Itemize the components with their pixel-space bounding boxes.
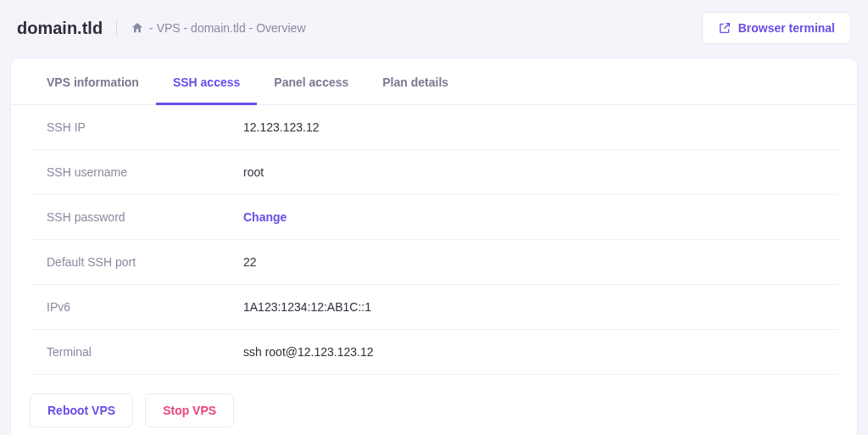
ipv6-label: IPv6 xyxy=(47,300,243,314)
row-ssh-password: SSH password Change xyxy=(30,195,838,240)
tab-panel-access[interactable]: Panel access xyxy=(257,59,365,105)
ssh-ip-label: SSH IP xyxy=(47,120,243,134)
tabs: VPS information SSH access Panel access … xyxy=(11,59,857,105)
terminal-value: ssh root@12.123.123.12 xyxy=(243,345,374,359)
ipv6-value: 1A123:1234:12:AB1C::1 xyxy=(243,300,371,314)
home-icon xyxy=(131,21,144,35)
page-header: domain.tld - VPS - domain.tld - Overview… xyxy=(0,0,868,54)
ssh-ip-value: 12.123.123.12 xyxy=(243,120,320,134)
row-ipv6: IPv6 1A123:1234:12:AB1C::1 xyxy=(30,285,838,330)
tab-plan-details[interactable]: Plan details xyxy=(365,59,465,105)
browser-terminal-label: Browser terminal xyxy=(738,21,835,35)
ssh-content: SSH IP 12.123.123.12 SSH username root S… xyxy=(11,105,857,435)
browser-terminal-button[interactable]: Browser terminal xyxy=(702,12,851,44)
row-ssh-ip: SSH IP 12.123.123.12 xyxy=(30,105,838,150)
breadcrumb-text: - VPS - domain.tld - Overview xyxy=(149,21,305,35)
ssh-port-value: 22 xyxy=(243,255,257,269)
row-terminal: Terminal ssh root@12.123.123.12 xyxy=(30,330,838,375)
action-buttons: Reboot VPS Stop VPS xyxy=(30,375,838,427)
terminal-label: Terminal xyxy=(47,345,243,359)
ssh-port-label: Default SSH port xyxy=(47,255,243,269)
page-title: domain.tld xyxy=(17,19,103,38)
row-ssh-username: SSH username root xyxy=(30,150,838,195)
ssh-username-label: SSH username xyxy=(47,165,243,179)
tab-ssh-access[interactable]: SSH access xyxy=(156,59,257,105)
header-left: domain.tld - VPS - domain.tld - Overview xyxy=(17,19,306,38)
ssh-password-change-link[interactable]: Change xyxy=(243,210,287,224)
ssh-password-label: SSH password xyxy=(47,210,243,224)
row-ssh-port: Default SSH port 22 xyxy=(30,240,838,285)
external-link-icon xyxy=(718,21,732,35)
stop-vps-button[interactable]: Stop VPS xyxy=(145,393,234,427)
title-divider xyxy=(116,20,117,36)
breadcrumb[interactable]: - VPS - domain.tld - Overview xyxy=(131,21,305,35)
reboot-vps-button[interactable]: Reboot VPS xyxy=(30,393,133,427)
ssh-username-value: root xyxy=(243,165,264,179)
tab-vps-information[interactable]: VPS information xyxy=(30,59,156,105)
main-panel: VPS information SSH access Panel access … xyxy=(10,58,858,435)
